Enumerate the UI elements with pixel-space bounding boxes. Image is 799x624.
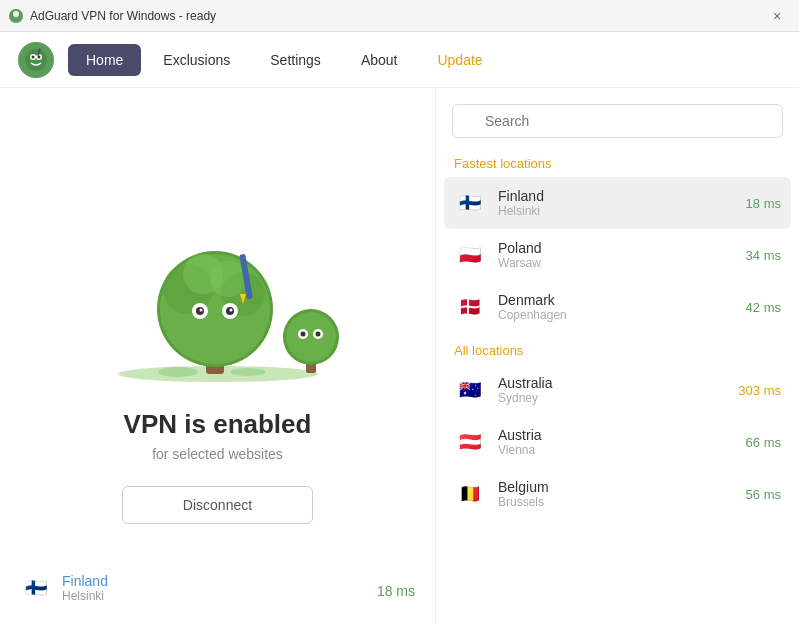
nav-settings[interactable]: Settings <box>252 44 339 76</box>
all-locations-label: All locations <box>444 333 791 364</box>
location-city: Copenhagen <box>498 308 724 322</box>
nav-exclusions[interactable]: Exclusions <box>145 44 248 76</box>
svg-point-10 <box>158 367 198 377</box>
location-name: Finland <box>498 188 724 204</box>
location-name: Denmark <box>498 292 724 308</box>
left-panel: VPN is enabled for selected websites Dis… <box>0 88 435 624</box>
current-location-info: Finland Helsinki <box>62 573 108 603</box>
svg-point-1 <box>13 11 19 17</box>
location-city: Vienna <box>498 443 724 457</box>
search-wrapper: 🔍 <box>452 104 783 138</box>
location-info-belgium: Belgium Brussels <box>498 479 724 509</box>
location-city: Warsaw <box>498 256 724 270</box>
vpn-status-subtitle: for selected websites <box>152 446 283 462</box>
svg-point-29 <box>286 312 336 362</box>
current-location-name: Finland <box>62 573 108 589</box>
svg-point-3 <box>25 49 47 71</box>
location-info-finland: Finland Helsinki <box>498 188 724 218</box>
list-item[interactable]: 🇫🇮 Finland Helsinki 18 ms <box>444 177 791 229</box>
svg-point-6 <box>32 55 35 58</box>
location-info-australia: Australia Sydney <box>498 375 724 405</box>
list-item[interactable]: 🇦🇹 Austria Vienna 66 ms <box>444 416 791 468</box>
location-city: Helsinki <box>498 204 724 218</box>
location-info-denmark: Denmark Copenhagen <box>498 292 724 322</box>
svg-point-18 <box>210 261 246 297</box>
location-name: Belgium <box>498 479 724 495</box>
location-ms: 18 ms <box>736 196 781 211</box>
list-item[interactable]: 🇵🇱 Poland Warsaw 34 ms <box>444 229 791 281</box>
location-ms: 303 ms <box>736 383 781 398</box>
location-info-austria: Austria Vienna <box>498 427 724 457</box>
close-button[interactable]: × <box>763 2 791 30</box>
svg-point-11 <box>230 368 266 376</box>
location-info-poland: Poland Warsaw <box>498 240 724 270</box>
window-title: AdGuard VPN for Windows - ready <box>30 9 216 23</box>
fastest-locations-label: Fastest locations <box>444 146 791 177</box>
list-item[interactable]: 🇧🇪 Belgium Brussels 56 ms <box>444 468 791 520</box>
flag-poland: 🇵🇱 <box>454 239 486 271</box>
svg-point-33 <box>315 331 320 336</box>
nav-update[interactable]: Update <box>419 44 500 76</box>
app-icon <box>8 8 24 24</box>
location-name: Poland <box>498 240 724 256</box>
location-list[interactable]: Fastest locations 🇫🇮 Finland Helsinki 18… <box>436 146 799 624</box>
nav-about[interactable]: About <box>343 44 416 76</box>
location-ms: 66 ms <box>736 435 781 450</box>
mascot-svg <box>88 189 348 389</box>
svg-point-23 <box>199 308 202 311</box>
title-bar: AdGuard VPN for Windows - ready × <box>0 0 799 32</box>
flag-austria: 🇦🇹 <box>454 426 486 458</box>
location-name: Austria <box>498 427 724 443</box>
list-item[interactable]: 🇦🇺 Australia Sydney 303 ms <box>444 364 791 416</box>
svg-point-32 <box>300 331 305 336</box>
nav-bar: Home Exclusions Settings About Update <box>0 32 799 88</box>
current-location-city: Helsinki <box>62 589 108 603</box>
logo-icon <box>16 40 56 80</box>
svg-point-7 <box>38 55 41 58</box>
location-ms: 34 ms <box>736 248 781 263</box>
location-ms: 56 ms <box>736 487 781 502</box>
disconnect-button[interactable]: Disconnect <box>122 486 313 524</box>
flag-denmark: 🇩🇰 <box>454 291 486 323</box>
location-ms: 42 ms <box>736 300 781 315</box>
current-location-ms: 18 ms <box>377 583 415 599</box>
main-content: VPN is enabled for selected websites Dis… <box>0 88 799 624</box>
current-flag: 🇫🇮 <box>20 572 52 604</box>
location-city: Brussels <box>498 495 724 509</box>
search-input[interactable] <box>452 104 783 138</box>
location-name: Australia <box>498 375 724 391</box>
list-item[interactable]: 🇩🇰 Denmark Copenhagen 42 ms <box>444 281 791 333</box>
flag-australia: 🇦🇺 <box>454 374 486 406</box>
location-city: Sydney <box>498 391 724 405</box>
search-container: 🔍 <box>436 88 799 146</box>
current-location: 🇫🇮 Finland Helsinki <box>20 572 108 604</box>
flag-belgium: 🇧🇪 <box>454 478 486 510</box>
title-bar-left: AdGuard VPN for Windows - ready <box>8 8 216 24</box>
vpn-status-title: VPN is enabled <box>124 409 312 440</box>
flag-finland: 🇫🇮 <box>454 187 486 219</box>
svg-point-24 <box>229 308 232 311</box>
nav-home[interactable]: Home <box>68 44 141 76</box>
mascot-area <box>88 189 348 389</box>
right-panel: 🔍 Fastest locations 🇫🇮 Finland Helsinki … <box>436 88 799 624</box>
